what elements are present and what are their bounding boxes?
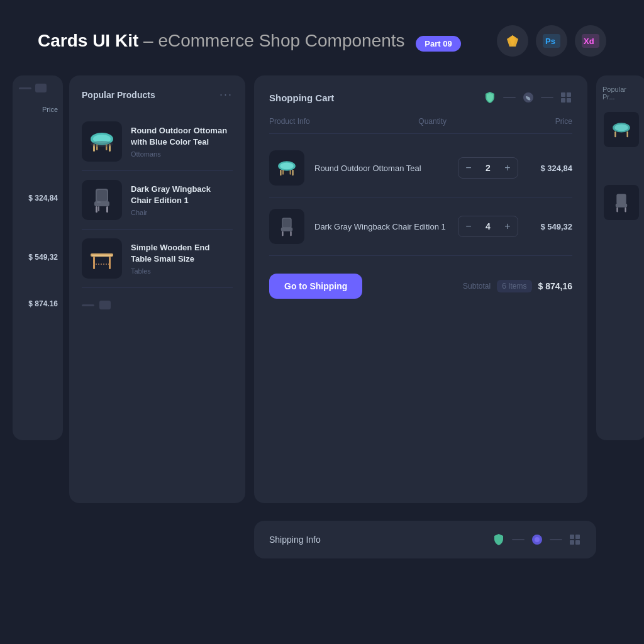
svg-rect-34: [292, 170, 293, 175]
svg-rect-50: [614, 131, 616, 137]
svg-rect-29: [561, 98, 565, 103]
product-item-ottoman[interactable]: Round Outdoor Ottomanwith Blue Color Tea…: [82, 113, 233, 171]
cart-item-chair: Dark Gray Wingback Chair Edition 1 − 4 +…: [269, 197, 572, 256]
svg-rect-18: [106, 206, 108, 213]
svg-point-13: [91, 133, 113, 145]
sketch-icon[interactable]: [497, 25, 528, 57]
header-left: Cards UI Kit – eCommerce Shop Components…: [38, 31, 461, 51]
svg-rect-23: [93, 257, 95, 269]
cart-item-ottoman: Round Outdoor Ottoman Teal − 2 + $ 324,8…: [269, 139, 572, 197]
svg-text:Xd: Xd: [584, 36, 594, 46]
cart-price-chair: $ 549,32: [528, 222, 572, 231]
partial-price-1: $ 324,84: [13, 194, 63, 253]
mini-bar-1: [19, 87, 31, 89]
partial-price-3: $ 874.16: [13, 299, 63, 340]
more-dots-icon[interactable]: ···: [219, 88, 233, 101]
mini-box-1: [35, 84, 47, 92]
product-item-chair[interactable]: Dark Gray WingbackChair Edition 1 Chair: [82, 171, 233, 230]
right-product-thumb-1: [604, 112, 639, 147]
subtotal-label: Subtotal: [463, 282, 491, 291]
cart-footer: Go to Shipping Subtotal 6 Items $ 874,16: [269, 271, 572, 299]
shipping-icons: [492, 533, 581, 547]
svg-rect-15: [97, 190, 107, 201]
subtotal-count: 6 Items: [497, 280, 531, 292]
main-content: Price $ 324,84 $ 549,32 $ 874.16 Popular…: [0, 75, 644, 638]
product-thumb-table: [82, 238, 122, 279]
product-name-table: Simple Wooden EndTable Small Size: [131, 242, 233, 265]
quantity-control-ottoman[interactable]: − 2 +: [458, 157, 518, 179]
svg-rect-19: [98, 206, 99, 211]
qty-value-chair: 4: [479, 221, 497, 231]
bottom-bar-1: [82, 304, 94, 306]
product-thumb-ottoman: [82, 121, 122, 162]
svg-rect-45: [575, 535, 580, 539]
product-info-chair: Dark Gray WingbackChair Edition 1 Chair: [131, 184, 233, 216]
header-icons: Ps Xd: [497, 25, 606, 57]
left-partial-card: Price $ 324,84 $ 549,32 $ 874.16: [13, 75, 63, 440]
product-category-table: Tables: [131, 267, 233, 275]
quantity-control-chair[interactable]: − 4 +: [458, 216, 518, 237]
product-category-chair: Chair: [131, 209, 233, 216]
go-to-shipping-button[interactable]: Go to Shipping: [269, 274, 362, 299]
cart-item-name-chair: Dark Gray Wingback Chair Edition 1: [314, 222, 448, 231]
right-partial-card: Popular Pr...: [596, 75, 644, 440]
svg-rect-36: [290, 170, 291, 175]
leaf-icon: [522, 91, 535, 104]
cart-thumb-chair: [269, 209, 304, 244]
product-thumb-chair: [82, 180, 122, 220]
product-info-ottoman: Round Outdoor Ottomanwith Blue Color Tea…: [131, 125, 233, 158]
col-price: Price: [555, 117, 572, 126]
svg-rect-53: [616, 204, 627, 208]
svg-rect-51: [626, 131, 628, 137]
svg-rect-44: [570, 535, 574, 539]
svg-rect-33: [280, 170, 281, 175]
svg-rect-39: [281, 228, 292, 231]
subtotal-price: $ 874,16: [538, 281, 573, 291]
svg-rect-28: [567, 92, 571, 97]
qty-decrease-ottoman[interactable]: −: [458, 158, 479, 178]
svg-rect-35: [282, 170, 284, 175]
svg-rect-46: [570, 540, 574, 545]
svg-rect-38: [283, 219, 291, 228]
card-header: Popular Products ···: [82, 88, 233, 101]
right-partial-header: Popular Pr...: [596, 75, 644, 106]
svg-rect-30: [567, 98, 571, 103]
cart-header-icons: [483, 91, 572, 104]
svg-rect-41: [290, 231, 291, 236]
part-badge: Part 09: [416, 36, 460, 52]
shopping-cart-card: Shopping Cart: [254, 75, 587, 503]
cart-columns: Product Info Quantity Price: [269, 117, 572, 134]
title-bold: Cards UI Kit: [38, 31, 138, 50]
shipping-info-title: Shipping Info: [269, 535, 321, 545]
partial-price-2: $ 549,32: [13, 253, 63, 299]
sep-2: [541, 97, 553, 98]
shipping-sep-2: [550, 539, 562, 540]
xd-icon[interactable]: Xd: [575, 25, 606, 57]
svg-rect-55: [625, 208, 626, 213]
qty-decrease-chair[interactable]: −: [458, 216, 479, 236]
svg-rect-47: [575, 540, 580, 545]
svg-rect-27: [561, 92, 565, 97]
shipping-shield-icon: [492, 533, 506, 547]
ps-icon[interactable]: Ps: [536, 25, 567, 57]
title-rest: – eCommerce Shop Components: [143, 31, 405, 50]
col-quantity: Quantity: [418, 117, 447, 126]
svg-rect-24: [109, 257, 111, 269]
svg-rect-20: [97, 201, 101, 203]
cart-thumb-ottoman: [269, 150, 304, 186]
product-category-ottoman: Ottomans: [131, 150, 233, 158]
header-title: Cards UI Kit – eCommerce Shop Components…: [38, 31, 461, 51]
page-wrapper: Cards UI Kit – eCommerce Shop Components…: [0, 0, 644, 644]
right-product-thumb-2: [604, 185, 639, 220]
cart-price-ottoman: $ 324,84: [528, 164, 572, 173]
cart-title: Shopping Cart: [269, 92, 334, 103]
header: Cards UI Kit – eCommerce Shop Components…: [0, 0, 644, 75]
qty-value-ottoman: 2: [479, 163, 497, 173]
shipping-leaf-icon: [531, 533, 543, 546]
svg-point-32: [280, 163, 294, 170]
svg-text:Ps: Ps: [545, 36, 555, 46]
product-item-table[interactable]: Simple Wooden EndTable Small Size Tables: [82, 230, 233, 288]
sep-1: [503, 97, 516, 98]
qty-increase-ottoman[interactable]: +: [497, 158, 518, 178]
qty-increase-chair[interactable]: +: [497, 216, 518, 236]
